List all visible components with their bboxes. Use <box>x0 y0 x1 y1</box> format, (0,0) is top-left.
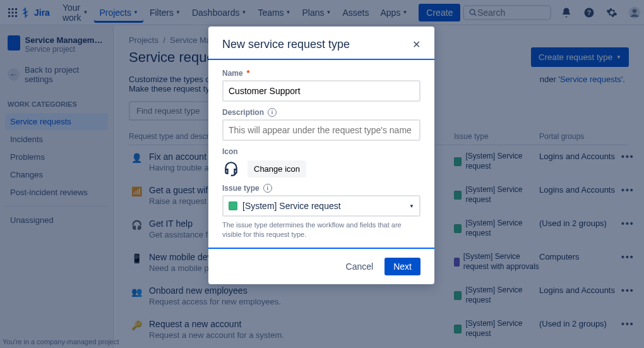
issue-type-label: Issue type i <box>222 184 420 193</box>
info-icon[interactable]: i <box>263 184 272 193</box>
icon-label: Icon <box>222 147 420 156</box>
issue-type-select[interactable]: [System] Service request ▼ <box>222 195 420 217</box>
name-input[interactable] <box>222 80 420 102</box>
cancel-button[interactable]: Cancel <box>340 258 380 275</box>
next-button[interactable]: Next <box>385 258 420 275</box>
description-input[interactable] <box>222 119 420 141</box>
name-label: Name * <box>222 69 420 78</box>
new-request-type-modal: New service request type ✕ Name * Descri… <box>208 27 434 284</box>
issue-type-badge-icon <box>229 201 237 210</box>
issue-type-helper: The issue type determines the workflow a… <box>222 220 420 240</box>
close-icon[interactable]: ✕ <box>412 39 420 51</box>
issue-type-value: [System] Service request <box>242 201 341 211</box>
chevron-down-icon: ▼ <box>409 203 414 209</box>
headset-icon <box>222 160 240 177</box>
change-icon-button[interactable]: Change icon <box>247 160 306 177</box>
info-icon[interactable]: i <box>268 108 277 117</box>
modal-title: New service request type <box>222 38 350 51</box>
description-label: Description i <box>222 108 420 117</box>
svg-point-15 <box>231 174 233 176</box>
